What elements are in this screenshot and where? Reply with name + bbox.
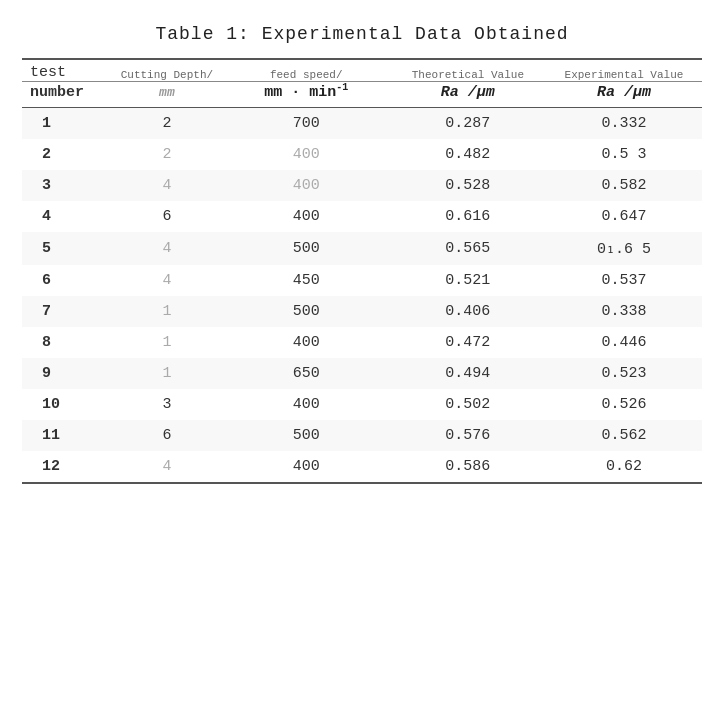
header-theoretical-line2: Ra /μm bbox=[390, 82, 546, 108]
table-row: 9 1 650 0.494 0.523 bbox=[22, 358, 702, 389]
header-depth-line2: mm bbox=[111, 82, 222, 108]
cell-depth: 1 bbox=[111, 296, 222, 327]
table-row: 11 6 500 0.576 0.562 bbox=[22, 420, 702, 451]
cell-test: 5 bbox=[22, 232, 111, 265]
cell-experimental: 0.526 bbox=[546, 389, 702, 420]
cell-feed: 650 bbox=[223, 358, 390, 389]
cell-feed: 700 bbox=[223, 108, 390, 140]
cell-feed: 500 bbox=[223, 296, 390, 327]
cell-test: 7 bbox=[22, 296, 111, 327]
cell-feed: 500 bbox=[223, 420, 390, 451]
cell-depth: 1 bbox=[111, 358, 222, 389]
cell-test: 8 bbox=[22, 327, 111, 358]
table-row: 7 1 500 0.406 0.338 bbox=[22, 296, 702, 327]
cell-feed: 400 bbox=[223, 451, 390, 483]
cell-test: 4 bbox=[22, 201, 111, 232]
cell-theoretical: 0.528 bbox=[390, 170, 546, 201]
cell-theoretical: 0.472 bbox=[390, 327, 546, 358]
cell-feed: 400 bbox=[223, 389, 390, 420]
cell-theoretical: 0.565 bbox=[390, 232, 546, 265]
cell-depth: 2 bbox=[111, 139, 222, 170]
header-depth-line1: Cutting Depth/ bbox=[111, 59, 222, 82]
cell-experimental: 0.446 bbox=[546, 327, 702, 358]
table-title: Table 1: Experimental Data Obtained bbox=[155, 24, 568, 44]
header-row-bottom: number mm mm · min-1 Ra /μm Ra /μm bbox=[22, 82, 702, 108]
cell-experimental: 0.62 bbox=[546, 451, 702, 483]
table-row: 10 3 400 0.502 0.526 bbox=[22, 389, 702, 420]
header-feed-line1: feed speed/ bbox=[223, 59, 390, 82]
header-test-line2: number bbox=[22, 82, 111, 108]
table-row: 4 6 400 0.616 0.647 bbox=[22, 201, 702, 232]
cell-feed: 450 bbox=[223, 265, 390, 296]
header-experimental-line1: Experimental Value bbox=[546, 59, 702, 82]
cell-experimental: 0.523 bbox=[546, 358, 702, 389]
header-experimental-line2: Ra /μm bbox=[546, 82, 702, 108]
cell-theoretical: 0.287 bbox=[390, 108, 546, 140]
cell-test: 6 bbox=[22, 265, 111, 296]
cell-experimental: 0.647 bbox=[546, 201, 702, 232]
cell-theoretical: 0.406 bbox=[390, 296, 546, 327]
cell-depth: 4 bbox=[111, 232, 222, 265]
data-table: test Cutting Depth/ feed speed/ Theoreti… bbox=[22, 58, 702, 484]
cell-theoretical: 0.482 bbox=[390, 139, 546, 170]
cell-experimental: 0.5 3 bbox=[546, 139, 702, 170]
cell-experimental: 0.338 bbox=[546, 296, 702, 327]
cell-experimental: 0₁.6 5 bbox=[546, 232, 702, 265]
cell-theoretical: 0.616 bbox=[390, 201, 546, 232]
cell-test: 1 bbox=[22, 108, 111, 140]
cell-feed: 400 bbox=[223, 139, 390, 170]
page-container: Table 1: Experimental Data Obtained test… bbox=[0, 0, 724, 724]
cell-depth: 2 bbox=[111, 108, 222, 140]
table-row: 12 4 400 0.586 0.62 bbox=[22, 451, 702, 483]
cell-experimental: 0.562 bbox=[546, 420, 702, 451]
table-row: 1 2 700 0.287 0.332 bbox=[22, 108, 702, 140]
cell-test: 12 bbox=[22, 451, 111, 483]
cell-experimental: 0.332 bbox=[546, 108, 702, 140]
table-row: 8 1 400 0.472 0.446 bbox=[22, 327, 702, 358]
table-row: 3 4 400 0.528 0.582 bbox=[22, 170, 702, 201]
cell-feed: 500 bbox=[223, 232, 390, 265]
cell-theoretical: 0.521 bbox=[390, 265, 546, 296]
cell-depth: 6 bbox=[111, 420, 222, 451]
cell-test: 10 bbox=[22, 389, 111, 420]
table-row: 6 4 450 0.521 0.537 bbox=[22, 265, 702, 296]
cell-feed: 400 bbox=[223, 170, 390, 201]
cell-feed: 400 bbox=[223, 327, 390, 358]
cell-depth: 4 bbox=[111, 265, 222, 296]
cell-test: 11 bbox=[22, 420, 111, 451]
table-row: 5 4 500 0.565 0₁.6 5 bbox=[22, 232, 702, 265]
cell-depth: 3 bbox=[111, 389, 222, 420]
cell-test: 2 bbox=[22, 139, 111, 170]
table-body: 1 2 700 0.287 0.332 2 2 400 0.482 0.5 3 … bbox=[22, 108, 702, 484]
header-feed-line2: mm · min-1 bbox=[223, 82, 390, 108]
cell-depth: 4 bbox=[111, 170, 222, 201]
cell-theoretical: 0.502 bbox=[390, 389, 546, 420]
cell-depth: 4 bbox=[111, 451, 222, 483]
header-test-line1: test bbox=[22, 59, 111, 82]
cell-experimental: 0.582 bbox=[546, 170, 702, 201]
header-theoretical-line1: Theoretical Value bbox=[390, 59, 546, 82]
cell-test: 9 bbox=[22, 358, 111, 389]
cell-theoretical: 0.586 bbox=[390, 451, 546, 483]
cell-experimental: 0.537 bbox=[546, 265, 702, 296]
cell-theoretical: 0.494 bbox=[390, 358, 546, 389]
cell-depth: 1 bbox=[111, 327, 222, 358]
cell-depth: 6 bbox=[111, 201, 222, 232]
table-row: 2 2 400 0.482 0.5 3 bbox=[22, 139, 702, 170]
cell-test: 3 bbox=[22, 170, 111, 201]
cell-theoretical: 0.576 bbox=[390, 420, 546, 451]
cell-feed: 400 bbox=[223, 201, 390, 232]
header-row-top: test Cutting Depth/ feed speed/ Theoreti… bbox=[22, 59, 702, 82]
